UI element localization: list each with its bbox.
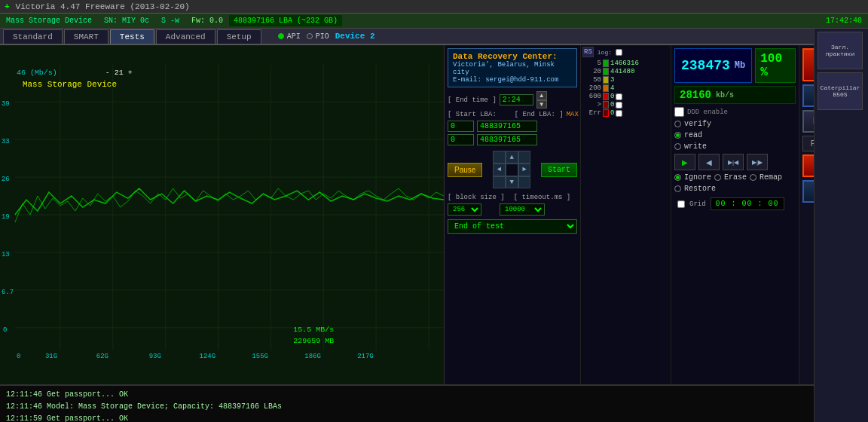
graph-svg: 39 33 26 19 13 6.7 0 0 31G 62G 93G 124G … (0, 45, 444, 384)
ddd-checkbox[interactable] (674, 107, 684, 117)
kb-display: 28160 kb/s (674, 86, 796, 104)
percent-display: 100 % (755, 48, 796, 83)
max-label: MAX (567, 111, 579, 118)
verify-option[interactable]: verify (674, 120, 796, 128)
app-icon: + (5, 2, 10, 11)
timeout-select[interactable]: 10000500020000 (500, 203, 545, 216)
tab-tests[interactable]: Tests (110, 29, 154, 44)
verify-radio (674, 121, 681, 127)
taskbar-icon-1[interactable]: Загл.практики (818, 32, 863, 69)
log-line-3: 12:11:59 Get passport... OK (6, 413, 818, 422)
skip-back-button[interactable]: ▶|◀ (723, 154, 744, 170)
rs-row-5: 5 1466316 (582, 60, 669, 67)
rs-bar-err (603, 109, 609, 117)
taskbar-icon-2[interactable]: CaterpillarB50S (818, 72, 863, 110)
rs-count-200: 4 (610, 84, 614, 92)
end-time-label: [ End time ] (448, 96, 497, 104)
nav-arrows: ▲ ◄ ► ▼ (493, 151, 530, 188)
serial-number: SN: MIY 0c (98, 15, 155, 26)
tab-standard[interactable]: Standard (3, 29, 63, 44)
rs-count-20: 441480 (610, 68, 634, 75)
mb-value: 238473 (681, 58, 730, 73)
rs-row-50: 50 3 (582, 76, 669, 84)
rs-row-200: 200 4 (582, 84, 669, 92)
back-button[interactable]: ◀ (698, 154, 720, 170)
s-w-info: S -w (155, 15, 185, 26)
lba-labels-row: [ Start LBA: [ End LBA: ] MAX (448, 111, 577, 118)
pio-radio[interactable]: PIO (307, 32, 329, 41)
playback-controls: ▶ ◀ ▶|◀ ▶|▶ (674, 154, 796, 170)
rs-bar-600 (603, 93, 609, 100)
end-time-input[interactable] (500, 94, 533, 106)
tab-smart[interactable]: SMART (64, 29, 108, 44)
mb-unit: Mb (735, 60, 745, 71)
center-controls: Data Recovery Center: Victoria', Belarus… (445, 45, 580, 384)
rs-num-600: 600 (582, 93, 601, 100)
api-label: API (287, 32, 301, 41)
ddd-row: DDD enable (674, 107, 796, 117)
grid-checkbox[interactable] (677, 200, 685, 208)
block-size-select[interactable]: 2565121024 (448, 203, 481, 216)
play-button[interactable]: ▶ (674, 154, 695, 170)
read-option[interactable]: read (674, 131, 796, 139)
ignore-option[interactable]: Ignore (674, 173, 711, 182)
skip-fwd-button[interactable]: ▶|▶ (747, 154, 768, 170)
erase-option[interactable]: Erase (714, 173, 747, 182)
end-lba-second-input[interactable] (477, 134, 537, 145)
svg-text:0: 0 (3, 326, 7, 334)
erase-label: Erase (724, 173, 747, 182)
svg-text:62G: 62G (96, 353, 108, 360)
nav-right[interactable]: ► (518, 164, 531, 176)
restore-radio (674, 185, 681, 192)
block-timeout-labels: [ block size ] [ timeout.ms ] (448, 194, 577, 201)
rs-bar-20 (603, 68, 609, 75)
nav-topleft (493, 151, 506, 164)
rs-row-600: 600 0 (582, 93, 669, 100)
log-line-2: 12:11:46 Model: Mass Storage Device; Cap… (6, 401, 818, 413)
pio-dot (307, 33, 313, 39)
pause-button[interactable]: Pause (448, 163, 482, 177)
rs-gt-checkbox[interactable] (616, 102, 622, 109)
end-lba-input[interactable] (477, 121, 537, 132)
start-button[interactable]: Start (541, 163, 577, 177)
nav-down[interactable]: ▼ (506, 176, 518, 189)
lba-info: 488397166 LBA (~232 GB) (229, 15, 342, 26)
api-radio[interactable]: API (278, 32, 301, 41)
time-display: 17:42:48 (820, 15, 868, 26)
svg-text:0: 0 (17, 353, 20, 360)
device-name[interactable]: Mass Storage Device (0, 15, 98, 26)
block-timeout-inputs: 2565121024 10000500020000 (448, 203, 577, 216)
write-option[interactable]: write (674, 142, 796, 151)
nav-up[interactable]: ▲ (506, 151, 518, 164)
log-toggle[interactable]: log: (597, 48, 613, 57)
rs-bar-200 (603, 84, 609, 92)
end-time-down[interactable]: ▼ (536, 100, 547, 109)
drc-title: Data Recovery Center: (453, 52, 572, 61)
remap-option[interactable]: Remap (750, 173, 782, 182)
restore-option[interactable]: Restore (674, 185, 716, 193)
ignore-label: Ignore (684, 173, 711, 182)
nav-left[interactable]: ◄ (493, 164, 506, 176)
ddd-label: DDD enable (687, 109, 728, 116)
tab-advanced[interactable]: Advanced (156, 29, 215, 44)
right-taskbar: Загл.практики CaterpillarB50S (814, 29, 868, 422)
ignore-radio (674, 174, 681, 181)
tab-setup[interactable]: Setup (217, 29, 261, 44)
rs-err-checkbox[interactable] (616, 110, 622, 117)
start-lba-input[interactable] (448, 121, 474, 132)
lba-second-input[interactable] (448, 134, 474, 145)
svg-text:155G: 155G (252, 353, 268, 360)
title-bar: + Victoria 4.47 Freeware (2013-02-20) (0, 0, 868, 14)
end-lba-label: [ End LBA: ] (515, 111, 564, 118)
drc-city: Victoria', Belarus, Minsk city (453, 61, 572, 76)
rs-row-gt: > 0 (582, 101, 669, 109)
drc-email: E-mail: sergei@hdd-911.com (453, 76, 572, 84)
end-time-up[interactable]: ▲ (536, 91, 547, 100)
svg-text:46 (Mb/s): 46 (Mb/s) (17, 69, 57, 77)
log-checkbox[interactable] (616, 49, 622, 56)
start-lba-label: [ Start LBA: (448, 111, 497, 118)
rs-600-checkbox[interactable] (616, 93, 622, 100)
end-of-test-select[interactable]: End of test Halt Reboot Power off (448, 219, 577, 234)
svg-text:Mass Storage Device: Mass Storage Device (23, 80, 117, 89)
restore-label: Restore (684, 185, 716, 193)
